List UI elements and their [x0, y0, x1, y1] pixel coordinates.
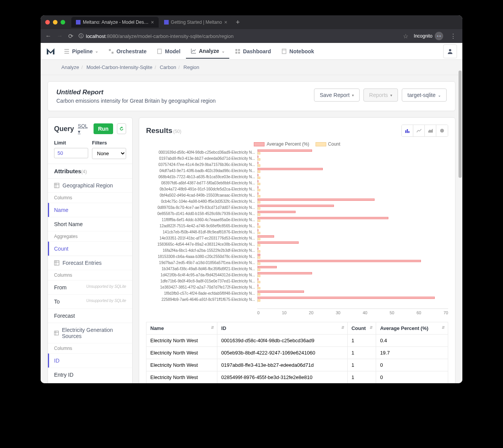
- user-menu-button[interactable]: [443, 44, 457, 58]
- axis-tick: 0: [257, 310, 260, 315]
- chart-type-toggle: [401, 125, 448, 137]
- new-tab-button[interactable]: +: [233, 18, 243, 26]
- table-cell: Electricity North West: [146, 347, 217, 359]
- chart-bars: [257, 278, 448, 284]
- bookmark-icon[interactable]: ☆: [403, 33, 408, 40]
- breadcrumb-item[interactable]: Analyze: [61, 64, 79, 70]
- run-button[interactable]: Run: [94, 123, 113, 134]
- group-header[interactable]: Electricity Generation Sources: [48, 323, 132, 343]
- browser-window: Meltano: Analyze - Model Des… × Getting …: [41, 15, 462, 383]
- nav-pipeline[interactable]: Pipeline ⌄: [59, 44, 103, 58]
- close-tab-icon[interactable]: ×: [151, 19, 154, 25]
- button-label: target-sqlite: [408, 92, 436, 98]
- sort-icon[interactable]: ⇵: [211, 325, 214, 330]
- nav-label: Pipeline: [72, 48, 93, 54]
- breadcrumb-item[interactable]: Model-Carbon-Intensity-Sqlite: [87, 64, 153, 70]
- attribute-item[interactable]: Name: [48, 203, 132, 217]
- chart-row: 1e383427-3851-47f2-a2a7-70d7d7fe172f-Ele…: [146, 284, 448, 290]
- chart-bars: [257, 198, 448, 204]
- table-row: Electricity North West0001639d-d58c-40f4…: [146, 335, 448, 347]
- chart-row-label: 03757424-f7ee-41c4-8e29-9ba71576b36c-Ele…: [146, 162, 257, 167]
- chart-row: 14e33351-201f-41bc-af77-ec2031776d53-Ele…: [146, 235, 448, 241]
- browser-tab-active[interactable]: Meltano: Analyze - Model Des… ×: [71, 17, 159, 28]
- minimize-window-icon[interactable]: [53, 20, 58, 25]
- bar-count: [258, 207, 260, 210]
- svg-point-11: [449, 49, 451, 51]
- chart-bars: [257, 161, 448, 167]
- bar-percent: [258, 278, 258, 281]
- chart-bars: [257, 296, 448, 302]
- scatter-chart-button[interactable]: [436, 125, 448, 136]
- breadcrumb-item[interactable]: Region: [184, 64, 199, 70]
- back-button-icon[interactable]: ←: [45, 33, 51, 39]
- tab-title: Meltano: Analyze - Model Des…: [83, 20, 148, 25]
- svg-rect-22: [407, 129, 408, 133]
- attribute-item[interactable]: FromUnsupported by SQLite: [48, 280, 132, 294]
- chart-bars: [257, 266, 448, 272]
- chart-bars: [257, 186, 448, 192]
- attribute-item[interactable]: ID: [48, 353, 132, 368]
- address-bar[interactable]: ⓘ localhost:8080/analyze/model-carbon-in…: [79, 33, 398, 39]
- attribute-item[interactable]: ToUnsupported by SQLite: [48, 294, 132, 309]
- attribute-item[interactable]: Count: [48, 241, 132, 256]
- incognito-icon: 👓: [435, 32, 443, 40]
- chart-row: 0cb4c75c-104e-4a98-b480-ff5e3d3532fc-Ele…: [146, 198, 448, 204]
- meltano-favicon-icon: [164, 20, 169, 25]
- sql-link[interactable]: SQL ▾: [78, 123, 90, 135]
- sort-icon[interactable]: ⇵: [341, 325, 344, 330]
- nav-notebook[interactable]: Notebook: [276, 44, 319, 58]
- group-header[interactable]: Geographical Region: [48, 178, 132, 192]
- bar-chart-button[interactable]: [402, 125, 413, 136]
- table-row: Electricity North West005eb93b-8bdf-4222…: [146, 347, 448, 359]
- table-cell: Electricity North West: [146, 335, 217, 347]
- chart-row: 1dfe71b6-9b0f-49c8-9a8f-015e0e737ed1-Ele…: [146, 278, 448, 284]
- scrollbar[interactable]: [459, 71, 462, 178]
- close-tab-icon[interactable]: ×: [224, 19, 227, 25]
- save-report-button[interactable]: Save Report▾: [314, 89, 360, 102]
- attribute-item[interactable]: Forecast: [48, 309, 132, 323]
- nav-orchestrate[interactable]: Orchestrate: [104, 44, 151, 58]
- breadcrumb-item[interactable]: Carbon: [160, 64, 176, 70]
- browser-tab-inactive[interactable]: Getting Started | Meltano ×: [159, 17, 232, 28]
- nav-model[interactable]: Model: [152, 44, 185, 58]
- table-cell: 19.7: [376, 347, 448, 359]
- table-header[interactable]: Average Percent (%)⇵: [376, 322, 448, 335]
- table-cell: 0197abd8-ffe3-413e-bb27-edeeda06d71d: [217, 359, 348, 371]
- sort-icon[interactable]: ⇵: [370, 325, 373, 330]
- svg-rect-6: [238, 49, 240, 51]
- attribute-item[interactable]: Short Name: [48, 217, 132, 231]
- svg-point-24: [440, 129, 444, 133]
- bar-percent: [258, 186, 258, 189]
- axis-tick: 10: [282, 310, 286, 315]
- limit-input[interactable]: [54, 148, 88, 158]
- attribute-item[interactable]: Entry ID: [48, 368, 132, 382]
- filters-select[interactable]: None: [92, 148, 126, 159]
- user-icon: [447, 48, 453, 54]
- chart-row: 225894b9-7ae6-4646-a91f-8c971ff1f675-Ele…: [146, 296, 448, 302]
- bar-count: [258, 177, 260, 179]
- sort-icon[interactable]: ⇵: [442, 325, 445, 330]
- app-content: Pipeline ⌄ Orchestrate Model Analyze ⌄ D…: [41, 43, 462, 383]
- refresh-button[interactable]: [117, 123, 126, 134]
- table-cell: 005eb93b-8bdf-4222-9247-1069e6241060: [217, 347, 348, 359]
- close-window-icon[interactable]: [45, 20, 50, 25]
- area-chart-button[interactable]: [425, 125, 436, 136]
- maximize-window-icon[interactable]: [61, 20, 65, 25]
- nav-dashboard[interactable]: Dashboard: [230, 44, 276, 58]
- svg-rect-9: [282, 49, 286, 54]
- chart-row-label: 18153308-cb6a-4aaa-b380-c20c2550d78c-Ele…: [146, 254, 257, 259]
- chart-legend: Average Percent (%) Count: [146, 141, 448, 147]
- line-chart-button[interactable]: [413, 125, 425, 136]
- reload-button-icon[interactable]: ⟳: [68, 33, 73, 40]
- reports-dropdown-button[interactable]: Reports▾: [363, 89, 398, 102]
- meltano-logo-icon: [46, 47, 55, 56]
- group-header[interactable]: Forecast Entries: [48, 256, 132, 270]
- bar-count: [258, 171, 260, 173]
- target-dropdown-button[interactable]: target-sqlite⌄: [402, 89, 447, 102]
- table-header[interactable]: Name⇵: [146, 322, 217, 335]
- forward-button-icon: →: [57, 33, 63, 39]
- table-header[interactable]: ID⇵: [217, 322, 348, 335]
- table-header[interactable]: Count⇵: [347, 322, 376, 335]
- kebab-menu-icon[interactable]: ⋮: [449, 33, 458, 40]
- nav-analyze[interactable]: Analyze ⌄: [186, 44, 229, 59]
